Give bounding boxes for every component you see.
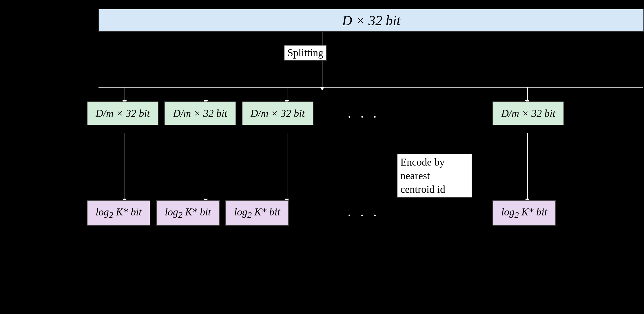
v-arrow-slast xyxy=(527,87,528,101)
green-box-last: D/m × 32 bit xyxy=(492,101,564,125)
purple-box-1: log2 K* bit xyxy=(87,200,150,226)
v-arrow-e2 xyxy=(206,133,206,200)
h-line-split-right xyxy=(495,87,643,88)
purple-box-3: log2 K* bit xyxy=(225,200,289,226)
splitting-label: Splitting xyxy=(284,45,327,61)
encode-label-text: Encode by nearestcentroid id xyxy=(400,156,445,195)
v-arrow-elast xyxy=(527,133,528,200)
v-arrow-e3 xyxy=(287,133,287,200)
green-box-1: D/m × 32 bit xyxy=(87,101,158,125)
dots-purple: · · · xyxy=(348,207,380,223)
purple-box-2: log2 K* bit xyxy=(156,200,220,226)
top-box: D × 32 bit xyxy=(98,9,644,32)
v-arrow-s1 xyxy=(125,87,125,101)
top-box-label: D × 32 bit xyxy=(342,12,401,28)
green-box-2: D/m × 32 bit xyxy=(164,101,236,125)
v-arrow-e1 xyxy=(125,133,125,200)
encode-label: Encode by nearestcentroid id xyxy=(397,154,472,198)
dots-green: · · · xyxy=(348,109,380,125)
purple-boxes-row: log2 K* bit log2 K* bit log2 K* bit xyxy=(87,200,289,226)
purple-box-last: log2 K* bit xyxy=(492,200,556,226)
diagram-container: D × 32 bit Splitting D/m × 32 bit D/m × … xyxy=(0,0,644,314)
v-arrow-s3 xyxy=(287,87,287,101)
h-line-split xyxy=(98,87,550,88)
v-arrow-s2 xyxy=(206,87,206,101)
green-box-3: D/m × 32 bit xyxy=(242,101,313,125)
green-boxes-row: D/m × 32 bit D/m × 32 bit D/m × 32 bit xyxy=(87,101,313,125)
